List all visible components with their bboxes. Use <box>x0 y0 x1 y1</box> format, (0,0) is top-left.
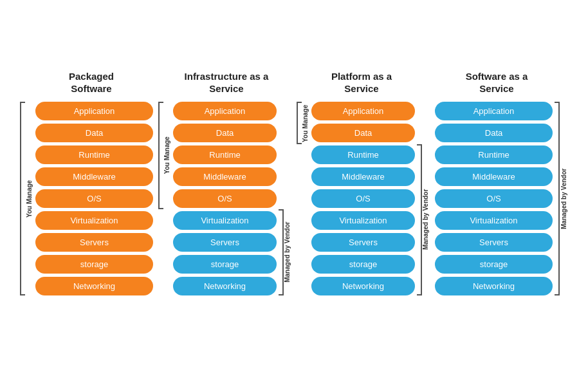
col-stack-iaas: Application Data Runtime Middleware O/S … <box>173 102 277 295</box>
list-item: Networking <box>173 277 277 295</box>
list-item: Runtime <box>311 145 415 164</box>
header-iaas: Infrastructure as aService <box>175 70 278 95</box>
list-item: Servers <box>311 233 415 252</box>
header-paas: Platform as aService <box>310 70 413 95</box>
list-item: Data <box>35 124 153 142</box>
list-item: Data <box>311 124 415 142</box>
managed-vendor-label-saas: Managed by Vendor <box>560 102 568 295</box>
list-item: Networking <box>435 277 553 295</box>
col-iaas: You Manage Application Data Runtime Midd… <box>158 102 291 295</box>
list-item: Middleware <box>173 167 277 186</box>
diagram: PackagedSoftware Infrastructure as aServ… <box>11 64 577 302</box>
header-packaged: PackagedSoftware <box>40 70 143 95</box>
you-manage-label-packaged: You Manage <box>25 102 33 295</box>
list-item: storage <box>435 255 553 274</box>
list-item: Runtime <box>173 145 277 164</box>
managed-vendor-label-paas: Managed by Vendor <box>422 144 429 295</box>
col-stack-packaged: Application Data Runtime Middleware O/S … <box>35 102 153 295</box>
header-saas: Software as aService <box>445 70 548 95</box>
list-item: Application <box>35 102 153 120</box>
list-item: Virtualization <box>35 211 153 230</box>
col-packaged: You Manage Application Data Runtime Midd… <box>20 102 153 295</box>
list-item: Virtualization <box>435 211 553 230</box>
list-item: Middleware <box>35 167 153 186</box>
list-item: Middleware <box>311 167 415 186</box>
list-item: storage <box>173 255 277 274</box>
list-item: Runtime <box>35 145 153 164</box>
list-item: O/S <box>311 189 415 208</box>
list-item: Data <box>173 124 277 142</box>
list-item: O/S <box>435 189 553 208</box>
list-item: Networking <box>311 277 415 295</box>
list-item: Servers <box>35 233 153 252</box>
list-item: O/S <box>35 189 153 208</box>
list-item: Application <box>311 102 415 120</box>
managed-vendor-label-iaas: Managed by Vendor <box>284 209 291 295</box>
col-stack-saas: Application Data Runtime Middleware O/S … <box>435 102 553 295</box>
columns-area: You Manage Application Data Runtime Midd… <box>11 102 577 295</box>
list-item: Application <box>435 102 553 120</box>
list-item: storage <box>35 255 153 274</box>
list-item: Networking <box>35 277 153 295</box>
list-item: Runtime <box>435 145 553 164</box>
list-item: Middleware <box>435 167 553 186</box>
list-item: Virtualization <box>311 211 415 230</box>
you-manage-label-paas: You Manage <box>302 102 309 145</box>
you-manage-label-iaas: You Manage <box>163 102 170 209</box>
col-stack-paas: Application Data Runtime Middleware O/S … <box>311 102 415 295</box>
list-item: Data <box>435 124 553 142</box>
list-item: Servers <box>173 233 277 252</box>
col-paas: You Manage Application Data Runtime Midd… <box>297 102 430 295</box>
list-item: storage <box>311 255 415 274</box>
list-item: Virtualization <box>173 211 277 230</box>
list-item: Application <box>173 102 277 120</box>
headers-row: PackagedSoftware Infrastructure as aServ… <box>11 70 577 95</box>
list-item: O/S <box>173 189 277 208</box>
list-item: Servers <box>435 233 553 252</box>
col-saas: Application Data Runtime Middleware O/S … <box>435 102 568 295</box>
